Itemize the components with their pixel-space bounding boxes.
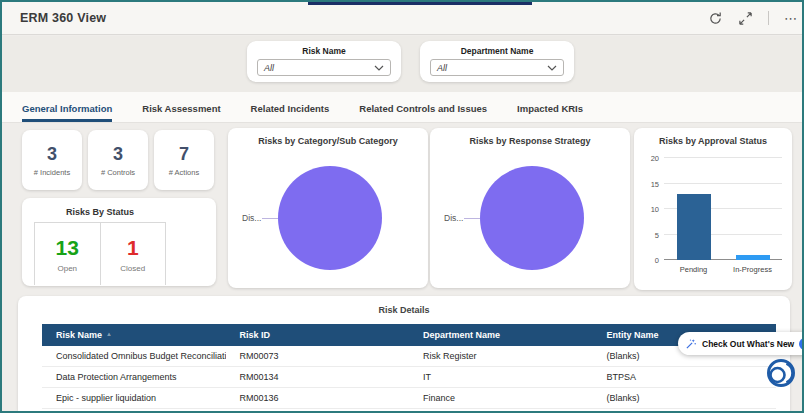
tab-related-controls-and-issues[interactable]: Related Controls and Issues <box>359 103 487 122</box>
closed-risks-label: Closed <box>120 264 145 273</box>
table-cell: Risk Register <box>409 351 593 361</box>
toolbar-divider <box>768 11 769 25</box>
table-row[interactable]: Epic - supplier liquidationRM00136Financ… <box>42 388 776 409</box>
pie-slice[interactable] <box>278 166 382 270</box>
bar-chart-plot: 05101520PendingIn-Progress <box>664 158 782 260</box>
department-name-filter-label: Department Name <box>420 46 574 56</box>
risk-details-title: Risk Details <box>18 305 790 315</box>
kpi-label: # Incidents <box>34 168 70 177</box>
whats-new-button[interactable]: Check Out What's New Beta <box>678 332 804 355</box>
chevron-down-icon <box>547 65 557 71</box>
risks-by-approval-status-card: Risks by Approval Status 05101520Pending… <box>634 128 792 290</box>
table-header-row: Risk Name▲Risk IDDepartment NameEntity N… <box>42 324 776 346</box>
tab-general-information[interactable]: General Information <box>22 103 112 122</box>
table-row[interactable]: Funding GrowthRM00071Risk Register(Blank… <box>42 409 776 413</box>
toolbar: ⋯ <box>708 11 784 26</box>
table-cell: Finance <box>409 393 593 403</box>
open-risks-value: 13 <box>56 236 79 260</box>
kpi-label: # Actions <box>169 168 199 177</box>
kpi-card-incidents: 3# Incidents <box>22 130 82 190</box>
pie-slice-label: Dis... <box>242 213 261 223</box>
risk-details-card: Risk Details Risk Name▲Risk IDDepartment… <box>18 296 790 411</box>
table-row[interactable]: Consolidated Omnibus Budget Reconciliati… <box>42 346 776 367</box>
gridline <box>664 183 782 184</box>
beta-badge: Beta <box>799 338 804 350</box>
closed-risks-cell: 1 Closed <box>101 223 167 285</box>
page-title: ERM 360 View <box>20 11 106 25</box>
kpi-label: # Controls <box>101 168 135 177</box>
tab-bar: General InformationRisk AssessmentRelate… <box>2 92 802 123</box>
bar-pending[interactable] <box>677 194 711 260</box>
tab-related-incidents[interactable]: Related Incidents <box>251 103 330 122</box>
risk-name-dropdown-value: All <box>264 63 274 73</box>
open-risks-cell: 13 Open <box>35 223 101 285</box>
y-axis-tick: 10 <box>651 205 659 214</box>
refresh-icon[interactable] <box>708 11 723 26</box>
column-header-risk-name[interactable]: Risk Name▲ <box>42 330 226 340</box>
expand-icon[interactable] <box>738 11 753 26</box>
kpi-value: 7 <box>179 144 189 165</box>
risks-by-response-strategy-title: Risks by Response Strategy <box>430 136 630 146</box>
erm-dashboard: { "window": { "title": "ERM 360 View" },… <box>0 0 804 413</box>
risks-by-approval-status-title: Risks by Approval Status <box>634 136 792 146</box>
department-name-dropdown-value: All <box>437 63 447 73</box>
gridline <box>664 157 782 158</box>
y-axis-tick: 20 <box>651 154 659 163</box>
risks-by-response-strategy-card: Risks by Response Strategy Dis... <box>430 128 630 288</box>
sparkle-wand-icon <box>685 338 697 350</box>
table-cell: (Blanks) <box>593 393 777 403</box>
risk-name-dropdown[interactable]: All <box>257 59 391 76</box>
whats-new-label: Check Out What's New <box>702 339 794 349</box>
y-axis-tick: 15 <box>651 179 659 188</box>
table-cell: Consolidated Omnibus Budget Reconciliati… <box>42 351 226 361</box>
risk-details-table: Risk Name▲Risk IDDepartment NameEntity N… <box>42 324 776 413</box>
table-row[interactable]: Data Protection ArrangementsRM00134ITBTP… <box>42 367 776 388</box>
table-cell: Epic - supplier liquidation <box>42 393 226 403</box>
top-bar: ERM 360 View ⋯ <box>2 2 802 35</box>
chevron-down-icon <box>374 65 384 71</box>
kpi-value: 3 <box>113 144 123 165</box>
kpi-card-controls: 3# Controls <box>88 130 148 190</box>
spiral-logo-icon <box>762 355 800 393</box>
assistant-logo-button[interactable] <box>762 355 800 393</box>
filter-band: Risk Name All Department Name All <box>2 36 802 92</box>
more-options-icon[interactable]: ⋯ <box>784 11 798 26</box>
y-axis-tick: 0 <box>655 256 659 265</box>
column-header-department-name[interactable]: Department Name <box>409 330 593 340</box>
table-cell: RM00136 <box>226 393 410 403</box>
kpi-card-actions: 7# Actions <box>154 130 214 190</box>
pie-slice-label: Dis... <box>444 213 463 223</box>
risks-by-status-matrix: Risks By Status 13 Open 1 Closed <box>34 203 166 286</box>
risks-by-status-card: Risks By Status 13 Open 1 Closed <box>22 198 216 286</box>
kpi-value: 3 <box>47 144 57 165</box>
table-body: Consolidated Omnibus Budget Reconciliati… <box>42 346 776 413</box>
table-cell: BTPSA <box>593 372 777 382</box>
risks-by-category-title: Risks by Category/Sub Category <box>228 136 428 146</box>
pie-leader-line <box>464 218 480 219</box>
tab-impacted-kris[interactable]: Impacted KRIs <box>517 103 583 122</box>
table-cell: IT <box>409 372 593 382</box>
table-cell: RM00134 <box>226 372 410 382</box>
risk-name-filter-label: Risk Name <box>247 46 401 56</box>
table-cell: RM00073 <box>226 351 410 361</box>
open-risks-label: Open <box>57 264 77 273</box>
bar-in-progress[interactable] <box>736 255 770 260</box>
department-name-filter: Department Name All <box>420 41 574 82</box>
pie-slice[interactable] <box>480 166 584 270</box>
tab-risk-assessment[interactable]: Risk Assessment <box>142 103 220 122</box>
risks-by-status-title: Risks By Status <box>34 203 166 223</box>
pie-leader-line <box>262 218 278 219</box>
x-axis-label: In-Progress <box>733 265 772 274</box>
risks-by-category-card: Risks by Category/Sub Category Dis... <box>228 128 428 288</box>
x-axis-label: Pending <box>680 265 708 274</box>
y-axis-tick: 5 <box>655 230 659 239</box>
table-cell: Data Protection Arrangements <box>42 372 226 382</box>
risk-name-filter: Risk Name All <box>247 41 401 82</box>
closed-risks-value: 1 <box>127 236 139 260</box>
sort-icon: ▲ <box>106 331 112 337</box>
top-accent-bar <box>308 0 532 5</box>
department-name-dropdown[interactable]: All <box>430 59 564 76</box>
column-header-risk-id[interactable]: Risk ID <box>226 330 410 340</box>
